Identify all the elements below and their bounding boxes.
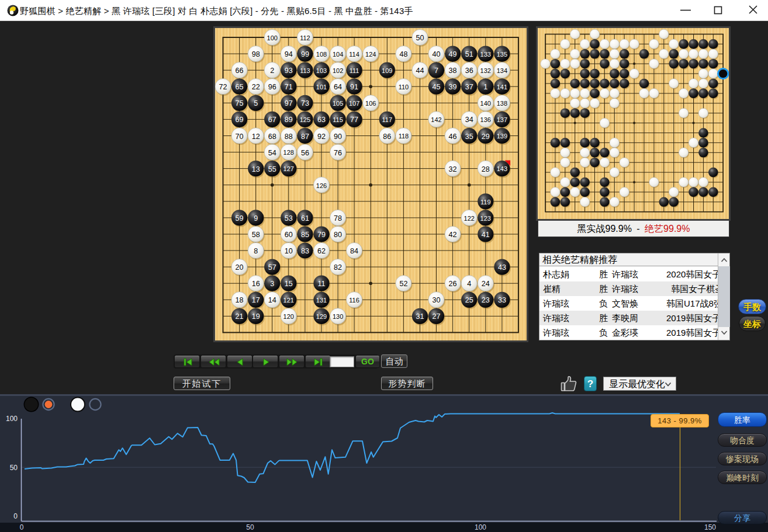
svg-text:116: 116 [349,297,359,304]
svg-text:136: 136 [480,116,491,123]
svg-text:106: 106 [365,100,376,107]
svg-text:134: 134 [497,67,507,74]
svg-text:67: 67 [268,116,276,124]
svg-text:44: 44 [416,67,424,75]
svg-text:75: 75 [236,99,244,107]
svg-text:3: 3 [270,280,274,288]
svg-text:66: 66 [236,67,244,75]
svg-text:91: 91 [350,83,358,91]
svg-text:26: 26 [449,280,457,288]
svg-text:46: 46 [449,133,457,141]
svg-text:19: 19 [252,312,260,321]
svg-text:17: 17 [252,296,260,304]
svg-text:38: 38 [449,67,457,75]
svg-text:51: 51 [465,50,473,58]
svg-text:90: 90 [334,133,342,141]
svg-text:92: 92 [317,133,326,141]
svg-text:83: 83 [301,247,309,255]
svg-text:64: 64 [334,83,342,91]
svg-text:39: 39 [449,83,457,91]
svg-text:32: 32 [449,165,457,173]
svg-text:100: 100 [267,34,278,41]
svg-text:33: 33 [498,296,506,304]
svg-text:111: 111 [350,67,359,74]
svg-text:141: 141 [497,84,507,91]
svg-text:8: 8 [254,247,258,255]
svg-text:126: 126 [316,182,327,189]
svg-text:21: 21 [236,312,244,321]
svg-text:61: 61 [301,214,309,222]
svg-text:127: 127 [283,165,294,172]
svg-text:37: 37 [465,83,473,91]
svg-text:117: 117 [382,116,393,123]
svg-text:56: 56 [301,149,309,157]
svg-text:54: 54 [268,149,276,157]
svg-text:65: 65 [236,83,244,91]
svg-text:43: 43 [498,263,506,272]
svg-text:104: 104 [333,51,343,58]
svg-text:9: 9 [254,214,258,222]
svg-text:59: 59 [236,214,244,222]
svg-text:16: 16 [252,280,260,288]
svg-text:94: 94 [285,50,293,58]
svg-text:69: 69 [236,116,244,124]
svg-text:85: 85 [301,231,309,239]
svg-text:73: 73 [301,99,309,107]
svg-text:122: 122 [464,215,475,222]
svg-text:24: 24 [482,280,490,288]
svg-text:18: 18 [236,296,244,304]
svg-text:129: 129 [316,313,327,320]
svg-text:123: 123 [480,215,491,222]
svg-text:118: 118 [399,133,409,140]
svg-text:89: 89 [285,116,293,124]
svg-text:1: 1 [483,83,487,91]
svg-text:109: 109 [382,67,392,74]
svg-text:45: 45 [432,83,440,91]
svg-text:135: 135 [497,51,507,58]
svg-text:132: 132 [480,67,491,74]
svg-text:48: 48 [399,50,407,58]
svg-text:138: 138 [497,100,507,107]
svg-text:28: 28 [482,165,490,173]
svg-text:71: 71 [285,83,293,91]
svg-text:119: 119 [480,199,491,206]
svg-text:53: 53 [285,214,293,222]
svg-text:12: 12 [252,133,260,141]
svg-text:131: 131 [316,297,327,304]
svg-text:57: 57 [268,263,276,272]
svg-text:52: 52 [399,280,407,288]
svg-text:27: 27 [432,312,440,321]
svg-text:10: 10 [285,247,293,255]
svg-text:68: 68 [268,133,276,141]
svg-text:120: 120 [283,313,294,320]
svg-text:29: 29 [482,133,490,141]
svg-text:87: 87 [301,133,309,141]
svg-text:107: 107 [349,100,359,107]
svg-text:98: 98 [252,50,260,58]
svg-text:139: 139 [497,133,507,140]
svg-text:82: 82 [334,263,342,272]
svg-text:93: 93 [285,67,293,75]
svg-text:121: 121 [283,297,294,304]
svg-text:103: 103 [316,67,327,74]
svg-text:31: 31 [416,312,424,321]
svg-text:36: 36 [465,67,473,75]
svg-text:128: 128 [283,149,294,156]
svg-text:86: 86 [383,133,391,141]
svg-text:50: 50 [416,34,424,42]
svg-text:70: 70 [236,133,244,141]
svg-text:22: 22 [252,83,260,91]
svg-text:105: 105 [333,100,343,107]
svg-text:102: 102 [333,67,343,74]
svg-text:30: 30 [432,296,440,304]
svg-text:40: 40 [432,50,440,58]
svg-text:62: 62 [317,247,326,255]
svg-text:41: 41 [482,231,490,239]
svg-text:96: 96 [268,83,276,91]
svg-text:112: 112 [300,34,310,41]
svg-text:60: 60 [285,231,293,239]
svg-text:4: 4 [467,280,471,288]
svg-text:2: 2 [270,67,274,75]
svg-text:23: 23 [482,296,490,304]
svg-text:124: 124 [365,51,376,58]
